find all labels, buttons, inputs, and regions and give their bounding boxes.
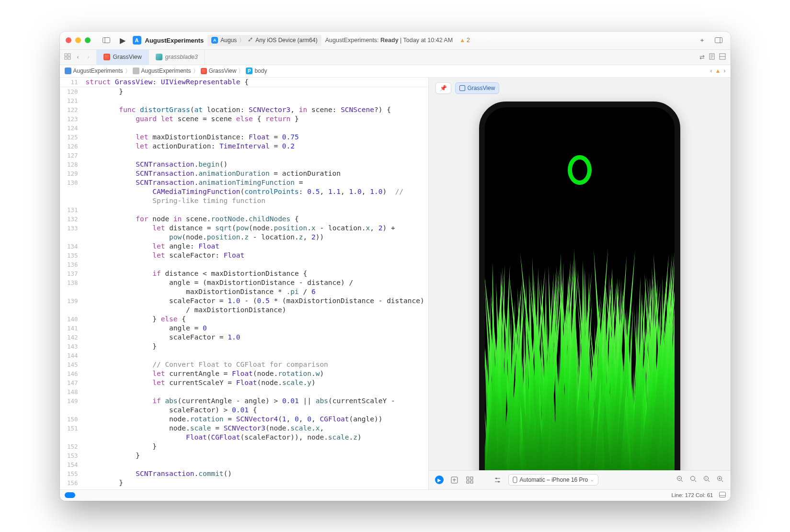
code-line[interactable]: let distance = sqrt(pow(node.position.x … [83,224,395,233]
pin-preview-button[interactable]: 📌 [435,82,451,94]
grass-render [485,198,675,470]
code-line[interactable]: scaleFactor) > 0.01 { [83,406,257,415]
code-line[interactable]: if abs(currentAngle - angle) > 0.01 || a… [83,396,395,406]
scheme-selector[interactable]: A Augus 〉 Any iOS Device (arm64) [207,35,321,46]
code-line[interactable]: SCNTransaction.begin() [83,160,228,169]
code-line[interactable]: guard let scene = scene else { return } [83,114,299,124]
code-line[interactable] [83,124,90,133]
line-number: 155 [60,469,83,478]
code-line[interactable]: scaleFactor = 1.0 - (0.5 * (maxDistortio… [83,296,424,306]
scheme-dest-label: Any iOS Device (arm64) [255,37,317,44]
code-line[interactable]: SCNTransaction.animationTimingFunction = [83,178,303,187]
code-line[interactable]: } [83,478,124,487]
code-line[interactable] [83,205,90,215]
run-button[interactable]: ▶ [116,35,129,45]
zoom-fit-button[interactable] [688,475,699,484]
code-area[interactable]: 11struct GrassView: UIViewRepresentable … [60,78,428,489]
cycle-icon[interactable]: ⇄ [699,54,705,61]
svg-point-20 [495,477,497,479]
code-line[interactable]: / maxDistortionDistance) [83,306,286,315]
live-preview-button[interactable]: ▶ [434,475,445,485]
crumb-project[interactable]: AugustExperiments [65,68,123,74]
warning-badge[interactable]: ▲ 2 [459,37,470,44]
code-line[interactable] [83,351,90,360]
tab-label: GrassView [113,54,142,60]
code-line[interactable] [83,260,90,269]
code-line[interactable]: } else { [83,315,186,324]
zoom-actual-button[interactable]: 1 [702,475,712,484]
code-line[interactable]: Float(CGFloat(scaleFactor)), node.scale.… [83,433,362,442]
main-split: 11struct GrassView: UIViewRepresentable … [60,78,731,489]
device-settings-button[interactable] [492,475,504,485]
close-icon[interactable] [66,37,71,43]
code-line[interactable]: } [83,342,157,351]
zoom-out-button[interactable] [675,475,686,484]
zoom-in-button[interactable] [715,475,726,484]
variants-button[interactable] [464,475,476,485]
code-line[interactable] [83,460,90,469]
code-line[interactable]: node.rotation = SCNVector4(1, 0, 0, CGFl… [83,415,383,424]
toggle-inspector-button[interactable] [712,35,725,45]
code-line[interactable]: let actionDuration: TimeInterval = 0.2 [83,142,295,151]
related-items-button[interactable] [63,53,72,61]
outline-toggle-icon[interactable] [719,492,726,498]
code-line[interactable]: node.scale = SCNVector3(node.scale.x, [83,424,324,433]
debug-indicator[interactable] [65,492,75,498]
crumb-symbol[interactable]: Pbody [246,68,267,74]
code-line[interactable]: if distance < maxDistortionDistance { [83,269,308,278]
code-line[interactable]: let angle: Float [83,242,219,251]
tab-grassblade3[interactable]: grassblade3 [149,50,205,65]
line-number: 142 [60,333,83,342]
preview-chip[interactable]: GrassView [455,82,500,94]
line-number: 120 [60,87,83,96]
device-selector[interactable]: Automatic – iPhone 16 Pro ⌄ [508,474,599,486]
tab-grassview[interactable]: GrassView [97,50,149,65]
adjust-editor-icon[interactable] [719,53,726,61]
swift-file-icon [103,54,110,60]
chevron-right-icon[interactable]: › [724,68,726,74]
forward-button[interactable]: › [84,54,93,60]
code-line[interactable]: maxDistortionDistance * .pi / 6 [83,287,316,296]
line-number [60,196,83,205]
code-line[interactable]: Spring-like timing function [83,196,265,205]
iphone-device [479,102,680,470]
line-number: 129 [60,169,83,178]
minimize-icon[interactable] [75,37,81,43]
code-line[interactable]: } [83,87,124,96]
back-button[interactable]: ‹ [73,54,83,60]
code-line[interactable] [83,151,90,160]
code-line[interactable]: for node in scene.rootNode.childNodes { [83,215,299,224]
code-editor[interactable]: 11struct GrassView: UIViewRepresentable … [60,78,429,489]
code-line[interactable]: let scaleFactor: Float [83,251,245,260]
add-button[interactable]: ＋ [696,35,709,45]
code-line[interactable] [83,387,90,396]
selectable-button[interactable] [449,475,460,485]
line-number: 150 [60,415,83,424]
code-line[interactable]: struct GrassView: UIViewRepresentable { [83,78,249,87]
code-line[interactable]: func distortGrass(at location: SCNVector… [83,105,391,114]
code-line[interactable]: let currentAngle = Float(node.rotation.w… [83,369,324,378]
crumb-folder[interactable]: AugustExperiments [133,68,191,74]
zoom-icon[interactable] [85,37,91,43]
crumb-file[interactable]: GrassView [201,68,237,74]
code-line[interactable]: let maxDistortionDistance: Float = 0.75 [83,133,299,142]
code-line[interactable]: let currentScaleY = Float(node.scale.y) [83,378,316,387]
minimap-icon[interactable] [709,53,715,61]
code-line[interactable]: } [83,442,157,451]
code-line[interactable]: scaleFactor = 1.0 [83,333,240,342]
code-line[interactable] [83,96,90,105]
warning-triangle-icon[interactable]: ▲ [715,68,721,74]
code-line[interactable]: SCNTransaction.commit() [83,469,232,478]
chevron-left-icon[interactable]: ‹ [710,68,712,74]
code-line[interactable]: // Convert Float to CGFloat for comparis… [83,360,328,369]
code-line[interactable]: angle = 0 [83,324,207,333]
code-line[interactable]: CAMediaTimingFunction(controlPoints: 0.5… [83,187,404,196]
code-line[interactable]: angle = (maxDistortionDistance - distanc… [83,278,354,287]
toggle-navigator-button[interactable] [100,35,113,45]
code-line[interactable]: } [83,451,140,460]
code-line[interactable]: pow(node.position.z - location.z, 2)) [83,233,324,242]
device-stage[interactable] [429,78,731,470]
code-line[interactable]: SCNTransaction.animationDuration = actio… [83,169,341,178]
line-number: 137 [60,269,83,278]
svg-rect-18 [470,481,473,483]
